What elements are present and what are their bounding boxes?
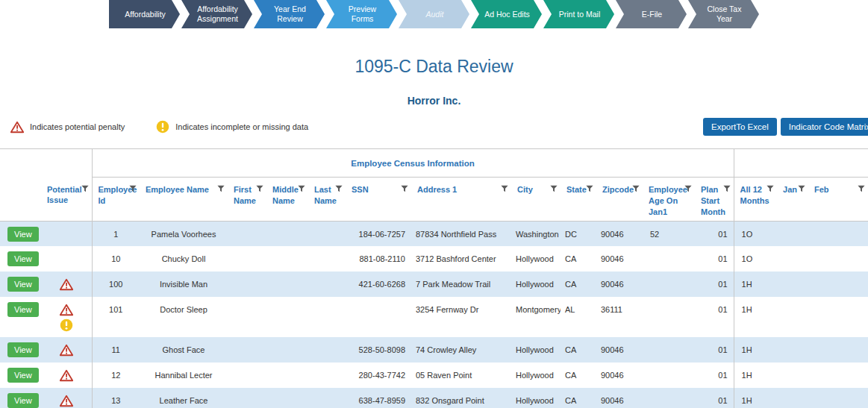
filter-funnel-icon[interactable]	[858, 185, 865, 192]
cell-employee-name: Chucky Doll	[140, 246, 228, 272]
cell-employee-name: Invisible Man	[140, 272, 228, 297]
penalty-warning-icon	[46, 395, 87, 407]
filter-funnel-icon[interactable]	[298, 185, 305, 192]
header-zipcode[interactable]: Zipcode	[596, 178, 643, 222]
header-plan-start-month[interactable]: Plan Start Month	[695, 178, 734, 222]
stepper-step-label: Affordability	[125, 10, 166, 19]
table-row: View 13Leather Face638-47-8959832 Onsgar…	[0, 388, 868, 408]
stepper-step[interactable]: Affordability Assignment	[181, 0, 252, 28]
cell-middle-name	[266, 337, 308, 363]
header-address1[interactable]: Address 1	[411, 178, 511, 222]
cell-potential-issue	[41, 337, 92, 363]
header-all-12-months[interactable]: All 12 Months	[734, 178, 777, 222]
view-button[interactable]: View	[7, 393, 39, 408]
filter-funnel-icon[interactable]	[632, 185, 640, 192]
header-city[interactable]: City	[511, 178, 561, 222]
filter-funnel-icon[interactable]	[586, 185, 593, 192]
stepper-step[interactable]: E-File	[616, 0, 687, 28]
cell-state: CA	[561, 272, 596, 297]
cell-state: CA	[561, 246, 596, 272]
filter-funnel-icon[interactable]	[501, 185, 508, 192]
cell-age-on-jan1	[643, 363, 695, 388]
filter-funnel-icon[interactable]	[217, 185, 225, 192]
cell-ssn: 638-47-8959	[346, 388, 411, 408]
stepper-step[interactable]: Audit	[399, 0, 469, 28]
cell-jan	[777, 221, 808, 246]
filter-funnel-icon[interactable]	[81, 185, 89, 192]
cell-plan-start-month: 01	[695, 221, 734, 246]
cell-employee-id: 100	[92, 272, 140, 297]
column-header-label: Employee Name	[146, 185, 209, 194]
filter-funnel-icon[interactable]	[723, 185, 731, 192]
view-button[interactable]: View	[7, 368, 39, 383]
filter-funnel-icon[interactable]	[401, 185, 408, 192]
indicator-code-matrix-button[interactable]: Indicator Code Matrix	[781, 118, 868, 136]
filter-funnel-icon[interactable]	[550, 185, 558, 192]
filter-funnel-icon[interactable]	[766, 185, 774, 192]
filter-funnel-icon[interactable]	[256, 185, 263, 192]
stepper-step[interactable]: Year End Review	[254, 0, 325, 28]
export-to-excel-button[interactable]: ExportTo Excel	[703, 118, 777, 136]
legend-penalty-label: Indicates potential penalty	[30, 122, 125, 131]
header-employee-id[interactable]: Employee Id	[92, 178, 140, 222]
view-button[interactable]: View	[7, 302, 39, 317]
cell-address1: 87834 Northfield Pass	[411, 221, 511, 246]
header-issue[interactable]: Potential Issue	[41, 178, 92, 222]
view-button[interactable]: View	[7, 251, 39, 266]
cell-feb	[808, 272, 868, 297]
cell-last-name	[308, 363, 346, 388]
view-button[interactable]: View	[7, 277, 39, 292]
column-header-label: Potential Issue	[47, 185, 81, 205]
header-employee-name[interactable]: Employee Name	[140, 178, 228, 222]
filter-funnel-icon[interactable]	[798, 185, 805, 192]
incomplete-warning-icon	[46, 318, 87, 332]
table-body: View1Pamela Voorhees184-06-725787834 Nor…	[0, 221, 868, 408]
cell-first-name	[228, 297, 266, 337]
cell-zipcode: 90046	[596, 221, 643, 246]
cell-potential-issue	[41, 221, 92, 246]
cell-plan-start-month: 01	[695, 297, 734, 337]
cell-last-name	[308, 221, 346, 246]
cell-city: Hollywood	[511, 246, 561, 272]
filter-funnel-icon[interactable]	[684, 185, 692, 192]
column-header-label: State	[566, 185, 587, 194]
header-jan[interactable]: Jan	[777, 178, 808, 222]
data-review-page: Affordability Affordability Assignment Y…	[0, 0, 868, 408]
table-row: View 11Ghost Face528-50-809874 Crowley A…	[0, 337, 868, 363]
table-row: View 100Invisible Man421-60-62687 Park M…	[0, 272, 868, 297]
header-ssn[interactable]: SSN	[346, 178, 411, 222]
header-middle-name[interactable]: Middle Name	[266, 178, 308, 222]
cell-employee-id: 11	[92, 337, 140, 363]
cell-zipcode: 36111	[596, 297, 643, 337]
cell-address1: 3712 Bashford Center	[411, 246, 511, 272]
filter-funnel-icon[interactable]	[335, 185, 343, 192]
stepper-step[interactable]: Preview Forms	[326, 0, 397, 28]
cell-city: Montgomery	[511, 297, 561, 337]
cell-age-on-jan1	[643, 388, 695, 408]
cell-last-name	[308, 388, 346, 408]
header-view	[0, 178, 41, 222]
stepper-step-label: Year End Review	[265, 4, 315, 23]
cell-all-12-months: 1O	[734, 221, 777, 246]
cell-potential-issue	[41, 272, 92, 297]
view-button[interactable]: View	[7, 342, 39, 357]
cell-state: CA	[561, 363, 596, 388]
header-state[interactable]: State	[561, 178, 596, 222]
header-age-on-jan1[interactable]: Employee Age On Jan1	[643, 178, 695, 222]
header-first-name[interactable]: First Name	[228, 178, 266, 222]
stepper-step[interactable]: Ad Hoc Edits	[471, 0, 542, 28]
view-button[interactable]: View	[7, 227, 39, 242]
stepper-step[interactable]: Close Tax Year	[688, 0, 759, 28]
legend-incomplete-label: Indicates incomplete or missing data	[175, 122, 308, 131]
stepper-step[interactable]: Print to Mail	[543, 0, 614, 28]
stepper-step[interactable]: Affordability	[109, 0, 180, 28]
header-last-name[interactable]: Last Name	[308, 178, 346, 222]
cell-city: Hollywood	[511, 272, 561, 297]
cell-first-name	[228, 246, 266, 272]
cell-view: View	[0, 363, 41, 388]
header-feb[interactable]: Feb	[808, 178, 868, 222]
filter-funnel-icon[interactable]	[129, 185, 137, 192]
cell-all-12-months: 1H	[734, 363, 777, 388]
census-group-header: Employee Census Information	[92, 149, 734, 178]
stepper-step-label: E-File	[642, 10, 662, 19]
